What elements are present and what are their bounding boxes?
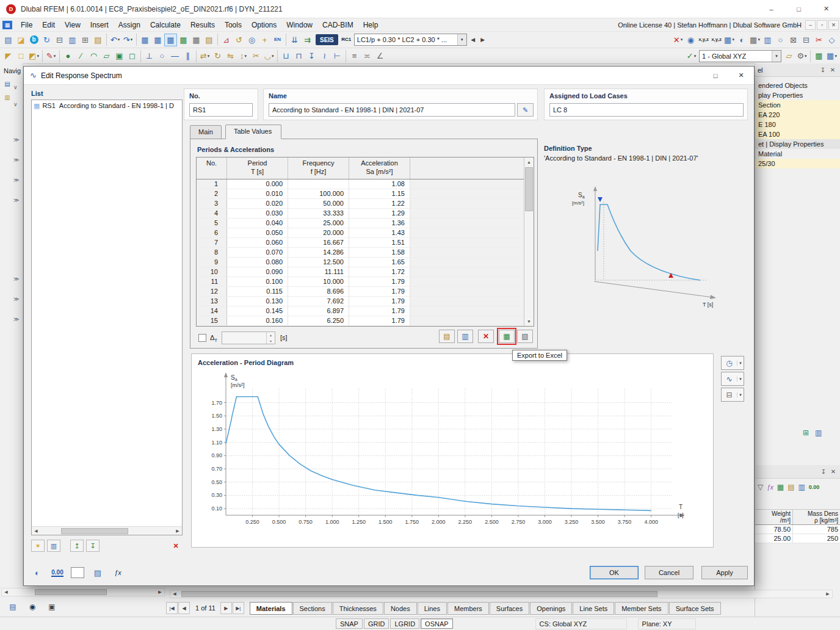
mdi-minimize-button[interactable]: – [805,20,816,30]
scroll-right-icon[interactable]: ▶ [824,590,832,598]
connect-icon[interactable]: ◡▾ [262,49,275,62]
close-panel-icon[interactable]: ✕ [828,67,838,73]
move-icon[interactable]: ⇄▾ [198,49,211,62]
table-row[interactable]: 70.06016.6671.51 [197,238,534,248]
model-cube-icon[interactable]: ◇ [825,34,838,46]
dialog-close-button[interactable]: ✕ [728,67,754,84]
panel-row[interactable]: endered Objects [755,81,840,90]
table-row[interactable]: 150.1606.2501.79 [197,316,534,326]
mdi-close-button[interactable]: ✕ [828,20,839,30]
scroll-up-icon[interactable]: ▲ [524,158,534,167]
chevron-down-icon[interactable]: ▾ [737,377,744,382]
prev-page-icon[interactable]: ◀ [178,602,190,614]
dt-spinner[interactable]: ▴▾ [222,331,275,344]
spring-icon[interactable]: ≀ [318,49,331,62]
sync-icon[interactable]: ↻ [40,34,53,46]
grid-icon[interactable]: ▦▾ [748,34,761,46]
table-data-icon[interactable]: ▦ [139,34,151,46]
dialog-maximize-button[interactable]: □ [703,67,728,84]
work-plane-icon[interactable]: ▱ [783,49,795,62]
close-button[interactable]: ✕ [813,0,840,18]
panel-row[interactable]: Section [755,100,840,110]
panel-row[interactable]: 25/30 [755,159,840,168]
menu-item-edit[interactable]: Edit [37,20,60,31]
decimal-places-icon[interactable]: 0.00 [809,484,820,490]
solid-icon[interactable]: ▣ [113,49,126,62]
menu-item-file[interactable]: File [16,20,37,31]
tab-members[interactable]: Members [447,602,489,615]
table-row[interactable]: 140.1456.8971.79 [197,306,534,316]
scroll-left-icon[interactable]: ◀ [2,588,10,596]
columns-icon[interactable]: ▥ [798,483,805,491]
collapse-chevron-icon[interactable]: ≫ [13,177,19,183]
mdi-restore-button[interactable]: ▫ [817,20,827,30]
generate-loads-icon[interactable]: ⇊ [288,34,301,46]
chevron-down-icon[interactable]: ▾ [457,34,466,45]
display-properties-icon[interactable]: ▤ [6,601,20,612]
last-page-icon[interactable]: ▶| [233,602,244,614]
collapse-chevron-icon[interactable]: ≫ [13,276,19,282]
menu-item-insert[interactable]: Insert [85,20,114,31]
table-vscrollbar[interactable]: ▲ ▼ [524,158,534,326]
collapse-chevron-icon[interactable]: ≫ [13,296,19,302]
section-cut-icon[interactable]: ⊿ [220,34,233,46]
table-row[interactable]: 60.05020.0001.43 [197,228,534,238]
scissors-icon[interactable]: ✂ [813,34,825,46]
opening-icon[interactable]: ◻ [126,49,139,62]
snap-settings-icon[interactable]: ▦ [813,49,825,62]
new-spectrum-button[interactable]: ✶ [31,540,45,552]
panel-row[interactable]: et | Display Properties [755,139,840,149]
table-row[interactable]: 30.02050.0001.22 [197,199,534,209]
panel-table-row[interactable]: 25.00250 [755,534,840,543]
dialog-titlebar[interactable]: ∿ Edit Response Spectrum □ ✕ [24,67,754,85]
print-preview-icon[interactable]: ⊞ [79,34,92,46]
arc-icon[interactable]: ◠ [87,49,100,62]
navigator-views-icon[interactable]: ▥ [2,93,12,101]
collapse-chevron-icon[interactable]: ∨ [13,101,18,107]
node-icon[interactable]: ● [62,49,74,62]
collapse-chevron-icon[interactable]: ≫ [13,157,19,163]
menu-item-cad-bim[interactable]: CAD-BIM [317,20,358,31]
panel-row[interactable]: EA 220 [755,110,840,120]
design-situation-label[interactable]: RC1 [340,34,353,46]
close-panel-icon[interactable]: ✕ [828,468,838,475]
column-header-period[interactable]: PeriodT [s] [227,158,288,179]
select-pointer-icon[interactable]: ◤ [2,49,15,62]
load-combination-combo[interactable]: LC1/p + 0.30 * LC2 + 0.30 * ...▾ [354,34,467,46]
coordinate-system-combo[interactable]: 1 - Global XYZ▾ [699,50,781,62]
rendering-icon[interactable]: ◐ [736,34,748,46]
copy-spectrum-button[interactable]: ▥ [47,540,60,552]
menu-item-view[interactable]: View [60,20,85,31]
export-to-excel-button[interactable]: ▦ [499,330,515,343]
scrollbar-thumb[interactable] [61,528,128,534]
rotate-view-icon[interactable]: ↺ [233,34,245,46]
no-field[interactable]: RS1 [189,103,253,117]
check-icon[interactable]: ✓▾ [685,49,698,62]
scrollbar-thumb[interactable] [181,591,657,597]
assigned-field[interactable]: LC 8 [549,103,744,117]
table-row[interactable]: 50.04025.0001.36 [197,219,534,228]
tab-materials[interactable]: Materials [250,602,292,615]
table-row[interactable]: 100.09011.1111.72 [197,267,534,277]
redo-icon[interactable]: ↷▾ [121,34,134,46]
next-load-case-icon[interactable]: ▶ [478,34,488,46]
file-menu-icon[interactable]: ▦ [2,21,12,29]
menu-item-window[interactable]: Window [281,20,317,31]
menu-item-tools[interactable]: Tools [220,20,247,31]
display-mode-icon[interactable]: ◐ [30,566,45,579]
sheet-icon[interactable]: ▤ [788,483,794,491]
pan-icon[interactable]: + [258,34,271,46]
tab-member-sets[interactable]: Member Sets [615,602,668,615]
scroll-left-icon[interactable]: ◀ [170,590,179,598]
spectrum-list[interactable]: ▦RS1According to Standard - EN 1998-1 | … [31,100,183,535]
new-model-icon[interactable]: ▤ [2,34,15,46]
surface-icon[interactable]: ▱ [100,49,113,62]
tab-surfaces[interactable]: Surfaces [490,602,529,615]
visibility-icon[interactable]: ◉ [684,34,697,46]
ok-button[interactable]: OK [590,566,639,579]
navigator-data-icon[interactable]: ▤ [2,79,12,88]
save-table-button[interactable]: ▥ [457,330,473,343]
list-item[interactable]: ▦RS1According to Standard - EN 1998-1 | … [32,100,182,111]
collapse-chevron-icon[interactable]: ≫ [13,197,19,203]
panel-row[interactable]: E 180 [755,120,840,129]
